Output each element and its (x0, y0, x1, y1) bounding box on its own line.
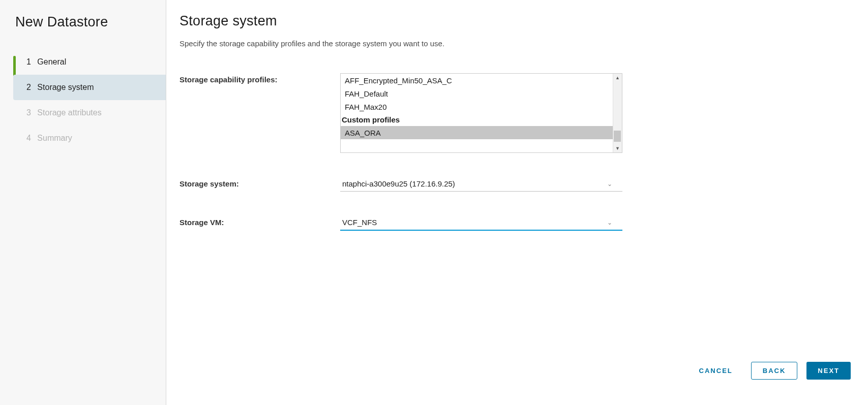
list-item[interactable]: AFF_Encrypted_Min50_ASA_C (341, 74, 613, 87)
page-description: Specify the storage capability profiles … (179, 39, 851, 48)
row-storage-vm: Storage VM: VCF_NFS ⌄ (179, 216, 851, 231)
list-item[interactable]: FAH_Default (341, 87, 613, 100)
select-value: ntaphci-a300e9u25 (172.16.9.25) (342, 179, 455, 188)
wizard-step-summary[interactable]: 4 Summary (13, 126, 166, 151)
step-number: 2 (26, 83, 31, 91)
step-number: 1 (26, 57, 31, 66)
back-button[interactable]: BACK (751, 362, 798, 380)
scroll-thumb[interactable] (614, 131, 621, 142)
label-storage-vm: Storage VM: (179, 216, 340, 227)
step-number: 3 (26, 108, 31, 117)
row-storage-system: Storage system: ntaphci-a300e9u25 (172.1… (179, 177, 851, 192)
chevron-down-icon: ⌄ (607, 180, 612, 188)
wizard-step-general[interactable]: 1 General (13, 49, 166, 75)
wizard-footer: CANCEL BACK NEXT (690, 362, 851, 380)
list-item[interactable]: FAH_Max20 (341, 100, 613, 113)
chevron-down-icon: ⌄ (607, 219, 612, 226)
listbox-scrollbar[interactable]: ▲ ▼ (613, 74, 622, 152)
list-group-header: Custom profiles (341, 113, 613, 126)
wizard-step-storage-system[interactable]: 2 Storage system (13, 75, 166, 100)
step-label: General (37, 57, 66, 66)
select-value: VCF_NFS (342, 218, 377, 227)
select-storage-vm[interactable]: VCF_NFS ⌄ (340, 216, 622, 231)
step-label: Storage system (37, 83, 94, 91)
wizard-title: New Datastore (0, 14, 166, 49)
step-label: Storage attributes (37, 108, 101, 117)
wizard-sidebar: New Datastore 1 General 2 Storage system… (0, 0, 166, 405)
wizard-step-storage-attributes[interactable]: 3 Storage attributes (13, 100, 166, 126)
cancel-button[interactable]: CANCEL (690, 362, 742, 380)
step-number: 4 (26, 134, 31, 142)
scroll-up-icon[interactable]: ▲ (613, 74, 622, 82)
label-capability-profiles: Storage capability profiles: (179, 73, 340, 84)
scroll-down-icon[interactable]: ▼ (613, 144, 622, 152)
label-storage-system: Storage system: (179, 177, 340, 188)
listbox-capability-profiles[interactable]: AFF_Encrypted_Min50_ASA_C FAH_Default FA… (340, 73, 622, 153)
main-content: Storage system Specify the storage capab… (166, 0, 868, 405)
step-label: Summary (37, 134, 72, 142)
next-button[interactable]: NEXT (806, 362, 851, 380)
list-item[interactable]: ASA_ORA (341, 126, 613, 139)
page-title: Storage system (179, 13, 851, 29)
row-capability-profiles: Storage capability profiles: AFF_Encrypt… (179, 73, 851, 153)
select-storage-system[interactable]: ntaphci-a300e9u25 (172.16.9.25) ⌄ (340, 177, 622, 192)
wizard-steps: 1 General 2 Storage system 3 Storage att… (0, 49, 166, 151)
